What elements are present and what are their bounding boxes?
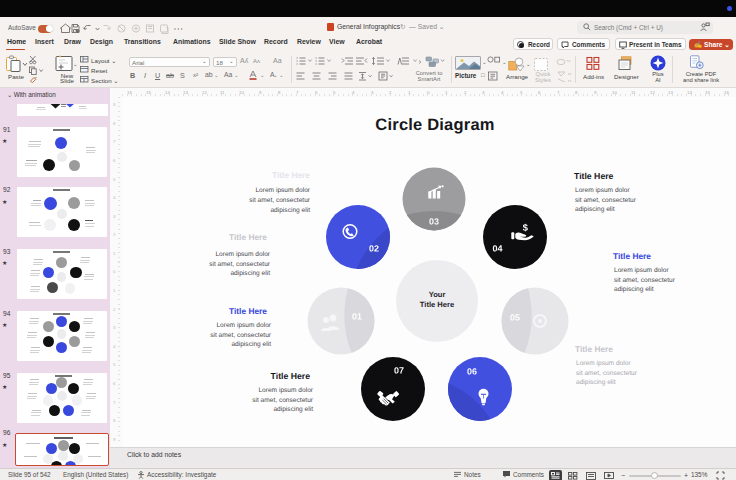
svg-text:Title Here: Title Here (229, 306, 267, 316)
svg-text:adipiscing elit: adipiscing elit (230, 270, 270, 277)
svg-text:sit amet, consectetur: sit amet, consectetur (249, 197, 311, 204)
svg-text:Lorem ipsum dolor: Lorem ipsum dolor (258, 387, 313, 394)
svg-text:sit amet, consectetur: sit amet, consectetur (576, 370, 638, 377)
svg-text:Lorem ipsum dolor: Lorem ipsum dolor (215, 251, 270, 258)
svg-text:Title Here: Title Here (272, 170, 310, 180)
svg-text:adipiscing elit: adipiscing elit (273, 406, 313, 413)
svg-text:sit amet, consectetur: sit amet, consectetur (209, 261, 271, 268)
svg-text:sit amet, consectetur: sit amet, consectetur (575, 197, 637, 204)
svg-text:Lorem ipsum dolor: Lorem ipsum dolor (576, 360, 631, 367)
svg-text:adipiscing elit: adipiscing elit (270, 207, 310, 214)
svg-text:Your: Your (429, 290, 446, 299)
svg-text:adipiscing elit: adipiscing elit (614, 286, 654, 293)
svg-text:adipiscing elit: adipiscing elit (576, 379, 616, 386)
svg-text:adipiscing elit: adipiscing elit (575, 206, 615, 213)
svg-text:Title Here: Title Here (420, 300, 454, 309)
svg-text:Lorem ipsum dolor: Lorem ipsum dolor (614, 267, 669, 274)
svg-text:sit amet, consectetur: sit amet, consectetur (614, 277, 676, 284)
svg-text:Title Here: Title Here (574, 171, 614, 181)
svg-text:sit amet, consectetur: sit amet, consectetur (252, 397, 314, 404)
svg-text:Circle Diagram: Circle Diagram (375, 116, 494, 134)
svg-text:Title Here: Title Here (229, 232, 267, 242)
svg-text:Lorem ipsum dolor: Lorem ipsum dolor (255, 187, 310, 194)
svg-text:sit amet, consectetur: sit amet, consectetur (210, 332, 272, 339)
svg-text:Title Here: Title Here (271, 371, 311, 381)
svg-text:adipiscing elit: adipiscing elit (231, 341, 271, 348)
svg-text:Lorem ipsum dolor: Lorem ipsum dolor (575, 187, 630, 194)
svg-text:Title Here: Title Here (613, 251, 651, 261)
svg-text:Lorem ipsum dolor: Lorem ipsum dolor (216, 322, 271, 329)
svg-text:Title Here: Title Here (575, 344, 613, 354)
